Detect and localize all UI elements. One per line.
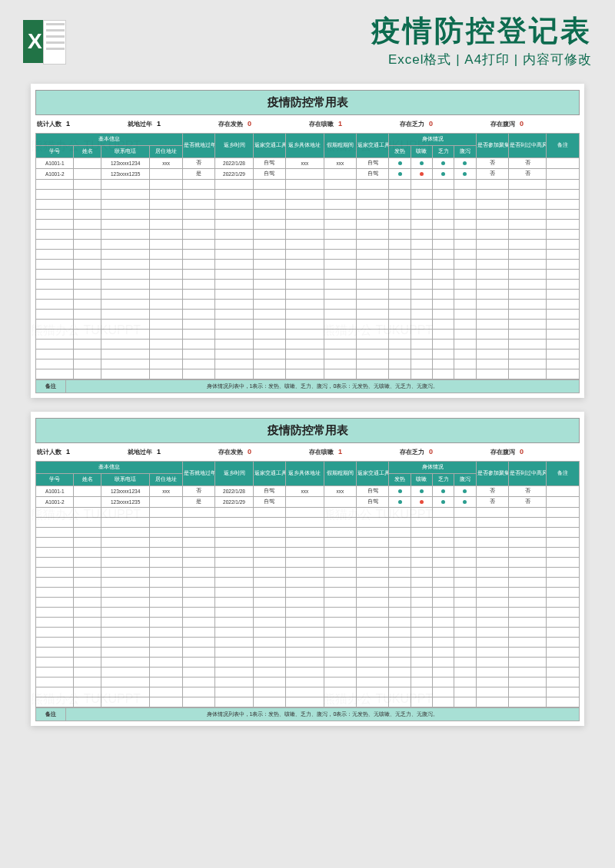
cell-empty: [454, 527, 476, 537]
stat-item: 存在乏力0: [400, 448, 487, 456]
cell-empty: [286, 657, 324, 667]
cell-empty: [476, 199, 508, 209]
cell-empty: [36, 547, 74, 557]
cell-empty: [433, 209, 454, 219]
cell-empty: [433, 667, 454, 677]
cell-empty: [476, 279, 508, 289]
cell-empty: [411, 517, 432, 527]
cell-empty: [508, 359, 546, 369]
cell-empty: [324, 229, 356, 239]
cell-empty: [182, 577, 214, 587]
cell-empty: [433, 627, 454, 637]
cell-empty: [454, 339, 476, 349]
cell-empty: [74, 517, 101, 527]
cell-empty: [508, 189, 546, 199]
cell-empty: [433, 597, 454, 607]
cell-empty: [182, 209, 214, 219]
cell-empty: [454, 577, 476, 587]
cell-empty: [182, 219, 214, 229]
col-header: 居住地址: [150, 145, 182, 157]
cell-empty: [253, 677, 285, 687]
cell-empty: [150, 507, 182, 517]
cell-empty: [286, 667, 324, 677]
cell-empty: [411, 527, 432, 537]
cell-empty: [411, 637, 432, 647]
cell-empty: [253, 637, 285, 647]
table-row-empty: [36, 617, 580, 627]
cell-empty: [253, 239, 285, 249]
cell-empty: [454, 359, 476, 369]
cell-empty: [411, 537, 432, 547]
cell-empty: [182, 259, 214, 269]
cell: 自驾: [253, 496, 285, 507]
cell-empty: [547, 567, 580, 577]
cell-empty: [215, 289, 253, 299]
cell-empty: [215, 319, 253, 329]
cell-empty: [36, 209, 74, 219]
cell-empty: [215, 309, 253, 319]
cell-empty: [182, 517, 214, 527]
cell-empty: [74, 647, 101, 657]
cell-empty: [508, 289, 546, 299]
cell-empty: [357, 697, 389, 707]
table-row-empty: [36, 189, 580, 199]
cell-empty: [150, 557, 182, 567]
cell-empty: [253, 369, 285, 379]
stat-value: 1: [66, 448, 70, 456]
cell-empty: [182, 587, 214, 597]
cell-empty: [547, 219, 580, 229]
status-dot-green: [441, 161, 445, 165]
cell-empty: [253, 667, 285, 677]
cell-empty: [357, 617, 389, 627]
cell-empty: [411, 189, 432, 199]
cell: [547, 485, 580, 496]
table-row-empty: [36, 557, 580, 567]
cell-empty: [253, 597, 285, 607]
stat-label: 存在乏力: [400, 448, 424, 456]
cell-empty: [454, 249, 476, 259]
col-header: 乏力: [433, 145, 454, 157]
table-row-empty: [36, 269, 580, 279]
cell-empty: [357, 339, 389, 349]
cell-empty: [508, 647, 546, 657]
sheet: 疫情防控常用表统计人数1就地过年1存在发热0存在咳嗽1存在乏力0存在腹泻0基本信…: [31, 84, 584, 398]
cell-empty: [101, 259, 150, 269]
cell-empty: [215, 189, 253, 199]
cell-empty: [324, 697, 356, 707]
table-row-empty: [36, 507, 580, 517]
cell-empty: [215, 259, 253, 269]
cell-empty: [101, 279, 150, 289]
table-row-empty: [36, 219, 580, 229]
col-header: 学号: [36, 145, 74, 157]
cell-empty: [101, 359, 150, 369]
cell-empty: [74, 697, 101, 707]
cell-empty: [253, 249, 285, 259]
stats-row: 统计人数1就地过年1存在发热0存在咳嗽1存在乏力0存在腹泻0: [35, 443, 580, 461]
cell-empty: [74, 249, 101, 259]
cell-empty: [547, 319, 580, 329]
cell-empty: [182, 359, 214, 369]
cell: [324, 168, 356, 179]
cell-empty: [454, 627, 476, 637]
cell: 否: [508, 496, 546, 507]
cell-empty: [286, 607, 324, 617]
cell-empty: [74, 677, 101, 687]
cell-empty: [547, 577, 580, 587]
header-bar: X 疫情防控登记表 Excel格式 | A4打印 | 内容可修改: [0, 0, 615, 75]
col-header: 备注: [547, 133, 580, 157]
table-row-empty: [36, 537, 580, 547]
cell-empty: [74, 537, 101, 547]
cell-empty: [547, 517, 580, 527]
cell-empty: [101, 507, 150, 517]
cell-empty: [36, 359, 74, 369]
cell-empty: [357, 249, 389, 259]
cell: 自驾: [357, 168, 389, 179]
cell-empty: [253, 527, 285, 537]
cell-empty: [357, 577, 389, 587]
cell-empty: [74, 279, 101, 289]
cell-empty: [74, 269, 101, 279]
cell-empty: [215, 359, 253, 369]
cell: 123xxxx1234: [101, 485, 150, 496]
col-group-basic: 基本信息: [36, 133, 183, 145]
cell-empty: [215, 557, 253, 567]
